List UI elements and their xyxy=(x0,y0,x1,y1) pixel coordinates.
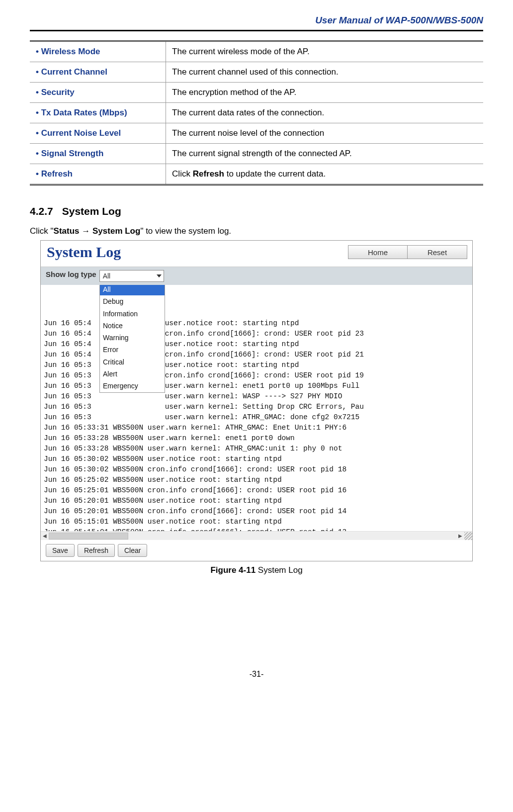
table-row: RefreshClick Refresh to update the curre… xyxy=(30,164,483,185)
syslog-title: System Log xyxy=(47,244,121,261)
scroll-left-icon[interactable] xyxy=(41,532,49,540)
figure-label-bold: Figure 4-11 xyxy=(210,565,256,575)
reset-button[interactable]: Reset xyxy=(408,245,467,259)
scroll-right-icon[interactable] xyxy=(456,532,464,540)
section-title: System Log xyxy=(62,205,121,217)
param-desc: The current noise level of the connectio… xyxy=(166,123,483,144)
table-row: Current Noise LevelThe current noise lev… xyxy=(30,123,483,144)
instr-bold-1: Status xyxy=(54,226,80,236)
param-desc: The encryption method of the AP. xyxy=(166,83,483,103)
parameter-table: Wireless ModeThe current wireless mode o… xyxy=(30,40,483,185)
header-rule xyxy=(30,30,483,31)
figure-label-rest: System Log xyxy=(256,565,303,575)
chevron-down-icon xyxy=(157,274,162,277)
section-heading: 4.2.7System Log xyxy=(30,205,483,217)
action-row: Save Refresh Clear xyxy=(41,540,472,561)
home-button[interactable]: Home xyxy=(348,245,408,259)
save-button[interactable]: Save xyxy=(46,544,75,557)
table-row: Tx Data Rates (Mbps)The current data rat… xyxy=(30,103,483,123)
param-label: Tx Data Rates (Mbps) xyxy=(30,103,166,123)
param-label: Security xyxy=(30,83,166,103)
param-label: Signal Strength xyxy=(30,144,166,164)
select-option[interactable]: All xyxy=(100,285,165,295)
scroll-track[interactable] xyxy=(49,533,456,540)
param-desc: The current channel used of this connect… xyxy=(166,62,483,83)
select-option[interactable]: Alert xyxy=(100,368,165,380)
figure-caption: Figure 4-11 System Log xyxy=(30,565,483,575)
param-label: Current Channel xyxy=(30,62,166,83)
select-value: All xyxy=(103,272,111,280)
table-row: Signal StrengthThe current signal streng… xyxy=(30,144,483,164)
instr-pre: Click " xyxy=(30,226,54,236)
select-option[interactable]: Notice xyxy=(100,320,165,332)
param-desc: The current signal strength of the conne… xyxy=(166,144,483,164)
param-label: Refresh xyxy=(30,164,166,185)
clear-button[interactable]: Clear xyxy=(118,544,147,557)
manual-header-title: User Manual of WAP-500N/WBS-500N xyxy=(30,15,483,26)
scroll-thumb[interactable] xyxy=(49,533,128,540)
instr-arrow: → xyxy=(80,226,92,236)
syslog-titlebar: System Log Home Reset xyxy=(41,241,472,267)
instr-post: " to view the system log. xyxy=(140,226,231,236)
param-label: Current Noise Level xyxy=(30,123,166,144)
param-desc: Click Refresh to update the current data… xyxy=(166,164,483,185)
filter-bar: Show log type All xyxy=(41,267,472,285)
filter-label: Show log type xyxy=(46,270,96,278)
param-label: Wireless Mode xyxy=(30,41,166,62)
section-number: 4.2.7 xyxy=(30,205,53,217)
select-option[interactable]: Critical xyxy=(100,356,165,368)
table-row: Wireless ModeThe current wireless mode o… xyxy=(30,41,483,62)
select-option[interactable]: Warning xyxy=(100,332,165,344)
resize-grip-icon[interactable] xyxy=(464,532,472,540)
section-instruction: Click "Status → System Log" to view the … xyxy=(30,226,483,236)
select-option[interactable]: Information xyxy=(100,308,165,320)
param-desc: The current wireless mode of the AP. xyxy=(166,41,483,62)
log-type-select[interactable]: All xyxy=(99,270,164,282)
table-row: Current ChannelThe current channel used … xyxy=(30,62,483,83)
param-desc: The current data rates of the connection… xyxy=(166,103,483,123)
page-number: -31- xyxy=(30,670,483,679)
select-option[interactable]: Error xyxy=(100,344,165,356)
log-text-area[interactable]: AllDebugInformationNoticeWarningErrorCri… xyxy=(41,285,472,531)
log-type-dropdown-open[interactable]: AllDebugInformationNoticeWarningErrorCri… xyxy=(99,285,165,393)
system-log-window: System Log Home Reset Show log type All … xyxy=(40,240,473,561)
select-option[interactable]: Emergency xyxy=(100,380,165,392)
refresh-button[interactable]: Refresh xyxy=(78,544,115,557)
horizontal-scrollbar[interactable] xyxy=(41,531,472,540)
select-option[interactable]: Debug xyxy=(100,295,165,307)
table-row: SecurityThe encryption method of the AP. xyxy=(30,83,483,103)
instr-bold-2: System Log xyxy=(92,226,140,236)
